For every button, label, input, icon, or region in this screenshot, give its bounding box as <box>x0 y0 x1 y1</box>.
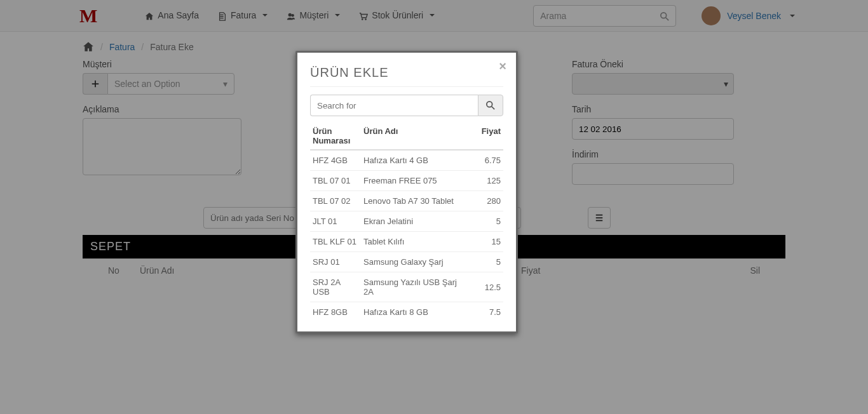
modal-table-row[interactable]: HFZ 4GBHafıza Kartı 4 GB6.75 <box>310 150 503 171</box>
modal-table-row[interactable]: SRJ 2A USBSamsung Yazılı USB Şarj 2A12.5 <box>310 272 503 302</box>
row-price: 7.5 <box>471 302 503 323</box>
svg-line-7 <box>492 107 494 109</box>
row-name: Samsung Galaxy Şarj <box>361 252 471 272</box>
row-no: SRJ 2A USB <box>310 272 361 302</box>
modal-search-button[interactable] <box>478 95 503 116</box>
row-name: Hafıza Kartı 8 GB <box>361 302 471 323</box>
row-price: 15 <box>471 232 503 252</box>
row-no: SRJ 01 <box>310 252 361 272</box>
row-name: Lenovo Tab A7 30 Tablet <box>361 191 471 211</box>
modal-close-button[interactable]: × <box>499 59 506 74</box>
row-name: Samsung Yazılı USB Şarj 2A <box>361 272 471 302</box>
modal-table: Ürün Numarası Ürün Adı Fiyat HFZ 4GBHafı… <box>310 123 503 322</box>
row-price: 280 <box>471 191 503 211</box>
row-price: 12.5 <box>471 272 503 302</box>
modal-table-row[interactable]: JLT 01Ekran Jelatini5 <box>310 211 503 232</box>
modal-table-row[interactable]: TBL KLF 01Tablet Kılıfı15 <box>310 232 503 252</box>
modal-table-row[interactable]: SRJ 01Samsung Galaxy Şarj5 <box>310 252 503 272</box>
modal-search-input[interactable] <box>310 95 478 116</box>
row-name: Ekran Jelatini <box>361 211 471 232</box>
add-product-modal: × ÜRÜN EKLE Ürün Numarası Ürün Adı Fiyat… <box>295 51 518 333</box>
modal-col-name: Ürün Adı <box>361 123 471 150</box>
row-price: 125 <box>471 171 503 191</box>
row-no: TBL 07 02 <box>310 191 361 211</box>
row-price: 6.75 <box>471 150 503 171</box>
row-no: TBL KLF 01 <box>310 232 361 252</box>
modal-table-row[interactable]: HFZ 8GBHafıza Kartı 8 GB7.5 <box>310 302 503 323</box>
row-no: HFZ 4GB <box>310 150 361 171</box>
modal-title: ÜRÜN EKLE <box>310 65 503 87</box>
modal-table-row[interactable]: TBL 07 01Freeman FREE 075125 <box>310 171 503 191</box>
row-name: Freeman FREE 075 <box>361 171 471 191</box>
row-no: JLT 01 <box>310 211 361 232</box>
modal-table-row[interactable]: TBL 07 02Lenovo Tab A7 30 Tablet280 <box>310 191 503 211</box>
row-price: 5 <box>471 252 503 272</box>
row-no: HFZ 8GB <box>310 302 361 323</box>
svg-point-6 <box>487 102 492 107</box>
row-no: TBL 07 01 <box>310 171 361 191</box>
row-price: 5 <box>471 211 503 232</box>
modal-col-price: Fiyat <box>471 123 503 150</box>
row-name: Hafıza Kartı 4 GB <box>361 150 471 171</box>
modal-col-no: Ürün Numarası <box>310 123 361 150</box>
row-name: Tablet Kılıfı <box>361 232 471 252</box>
